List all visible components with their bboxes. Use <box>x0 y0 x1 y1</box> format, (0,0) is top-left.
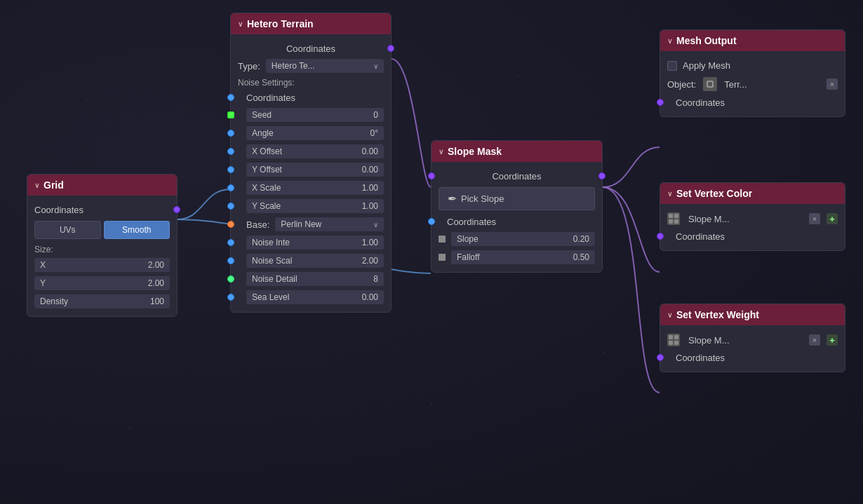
slope-slope-field[interactable]: Slope 0.20 <box>451 232 595 246</box>
hetero-noisescal-socket[interactable] <box>227 257 234 264</box>
hetero-yscale-value: 1.00 <box>362 201 378 211</box>
hetero-xoffset-socket[interactable] <box>227 148 234 155</box>
hetero-xoffset-field[interactable]: X Offset 0.00 <box>246 144 384 158</box>
hetero-noisescal-row: Noise Scal 2.00 <box>231 252 391 270</box>
hetero-noiseinte-value: 1.00 <box>362 238 378 247</box>
hetero-yscale-label: Y Scale <box>252 201 281 211</box>
vertex-weight-item-close-button[interactable]: × <box>809 334 820 346</box>
slope-coordinates-in2-label: Coordinates <box>447 217 496 227</box>
vertex-color-item-icon <box>667 212 680 225</box>
hetero-yoffset-socket[interactable] <box>227 166 234 173</box>
hetero-angle-row: Angle 0° <box>231 124 391 142</box>
grid-y-field[interactable]: Y 2.00 <box>34 276 170 290</box>
vertex-weight-coordinates-row: Coordinates <box>660 349 845 366</box>
hetero-yscale-socket[interactable] <box>227 203 234 210</box>
hetero-terrain-node: ∨ Hetero Terrain Coordinates Type: Heter… <box>230 13 392 313</box>
hetero-xoffset-row: X Offset 0.00 <box>231 142 391 161</box>
mesh-object-name: Terr... <box>724 79 822 90</box>
grid-coordinates-socket[interactable] <box>173 206 180 213</box>
hetero-xscale-row: X Scale 1.00 <box>231 179 391 197</box>
hetero-coordinates-out-row: Coordinates <box>231 40 391 57</box>
grid-density-field[interactable]: Density 100 <box>34 294 170 308</box>
vertex-color-item-row: Slope M... × + <box>660 210 845 228</box>
slope-coordinates-in2-socket[interactable] <box>428 218 435 225</box>
hetero-node-body: Coordinates Type: Hetero Te... ∨ Noise S… <box>231 34 391 312</box>
set-vertex-color-node: ∨ Set Vertex Color Slope M... × + Coordi… <box>660 182 845 251</box>
grid-x-field[interactable]: X 2.00 <box>34 258 170 272</box>
vertex-color-item-add-button[interactable]: + <box>827 213 838 224</box>
slope-coordinates-in-socket[interactable] <box>428 172 435 179</box>
smooth-button[interactable]: Smooth <box>104 221 170 239</box>
mesh-chevron-icon: ∨ <box>667 37 672 45</box>
mesh-object-close-button[interactable]: × <box>827 79 838 90</box>
hetero-noise-settings-label: Noise Settings: <box>231 75 391 89</box>
hetero-noisescal-label: Noise Scal <box>252 256 292 266</box>
hetero-type-label: Type: <box>238 61 260 71</box>
hetero-yoffset-value: 0.00 <box>362 165 378 175</box>
hetero-title: Hetero Terrain <box>247 18 314 29</box>
hetero-xscale-field[interactable]: X Scale 1.00 <box>246 181 384 195</box>
hetero-xscale-value: 1.00 <box>362 183 378 193</box>
vertex-weight-coordinates-socket[interactable] <box>657 354 664 361</box>
slope-slope-checkbox[interactable] <box>439 236 446 243</box>
vertex-weight-item-icon <box>667 334 680 346</box>
hetero-seed-label: Seed <box>252 110 272 120</box>
hetero-base-value: Perlin New <box>281 219 321 229</box>
hetero-noisedetail-label: Noise Detail <box>252 274 297 284</box>
vertex-weight-item-add-button[interactable]: + <box>827 334 838 346</box>
hetero-seed-field[interactable]: Seed 0 <box>246 108 384 122</box>
hetero-noiseinte-label: Noise Inte <box>252 238 290 247</box>
hetero-noisedetail-value: 8 <box>373 274 378 284</box>
pick-slope-button[interactable]: ✒ Pick Slope <box>439 187 595 210</box>
hetero-coordinates-out-label: Coordinates <box>238 43 384 54</box>
hetero-noiseinte-field[interactable]: Noise Inte 1.00 <box>246 236 384 250</box>
mesh-coordinates-label: Coordinates <box>676 97 725 108</box>
hetero-noisedetail-field[interactable]: Noise Detail 8 <box>246 272 384 286</box>
vertex-weight-item-row: Slope M... × + <box>660 331 845 349</box>
hetero-coordinates-in-socket[interactable] <box>227 94 234 101</box>
grid-size-label: Size: <box>27 242 177 256</box>
hetero-noiseinte-socket[interactable] <box>227 239 234 246</box>
slope-coordinates-in-row: Coordinates <box>432 168 602 184</box>
apply-mesh-checkbox[interactable] <box>667 61 677 71</box>
vertex-color-coordinates-row: Coordinates <box>660 228 845 245</box>
hetero-base-dropdown[interactable]: Perlin New ∨ <box>275 217 384 231</box>
hetero-type-dropdown-arrow: ∨ <box>373 62 378 70</box>
hetero-yoffset-field[interactable]: Y Offset 0.00 <box>246 163 384 177</box>
hetero-noisedetail-row: Noise Detail 8 <box>231 270 391 288</box>
slope-chevron-icon: ∨ <box>439 148 443 156</box>
hetero-xscale-socket[interactable] <box>227 184 234 191</box>
hetero-noisedetail-socket[interactable] <box>227 275 234 282</box>
vertex-color-item-close-button[interactable]: × <box>809 213 820 224</box>
hetero-seed-value: 0 <box>373 110 378 120</box>
hetero-base-socket[interactable] <box>227 221 234 228</box>
hetero-angle-socket[interactable] <box>227 130 234 137</box>
vertex-color-title: Set Vertex Color <box>676 188 752 199</box>
hetero-type-dropdown[interactable]: Hetero Te... ∨ <box>266 59 384 73</box>
hetero-angle-field[interactable]: Angle 0° <box>246 126 384 140</box>
hetero-coordinates-out-socket[interactable] <box>387 45 394 52</box>
hetero-coordinates-in-label: Coordinates <box>246 93 295 103</box>
mesh-node-header: ∨ Mesh Output <box>660 30 845 51</box>
hetero-yscale-field[interactable]: Y Scale 1.00 <box>246 199 384 213</box>
hetero-sealevel-socket[interactable] <box>227 294 234 301</box>
hetero-xoffset-value: 0.00 <box>362 147 378 156</box>
vertex-color-item-name: Slope M... <box>688 214 805 224</box>
hetero-sealevel-field[interactable]: Sea Level 0.00 <box>246 290 384 304</box>
mesh-coordinates-socket[interactable] <box>657 99 664 106</box>
uvs-button[interactable]: UVs <box>34 221 101 239</box>
hetero-noisescal-field[interactable]: Noise Scal 2.00 <box>246 254 384 268</box>
mesh-object-row: Object: Terr... × <box>660 74 845 94</box>
slope-falloff-field[interactable]: Falloff 0.50 <box>451 250 595 264</box>
hetero-base-label: Base: <box>246 219 269 230</box>
hetero-type-value: Hetero Te... <box>272 61 315 71</box>
hetero-xoffset-label: X Offset <box>252 147 282 156</box>
hetero-base-row: Base: Perlin New ∨ <box>231 215 391 233</box>
hetero-coordinates-in-row: Coordinates <box>231 89 391 106</box>
vertex-color-coordinates-socket[interactable] <box>657 233 664 240</box>
slope-falloff-checkbox[interactable] <box>439 254 446 261</box>
hetero-seed-socket[interactable] <box>227 111 234 118</box>
slope-coordinates-out-socket[interactable] <box>598 172 606 179</box>
grid-node-header: ∨ Grid <box>27 175 177 196</box>
hetero-angle-value: 0° <box>370 128 378 138</box>
